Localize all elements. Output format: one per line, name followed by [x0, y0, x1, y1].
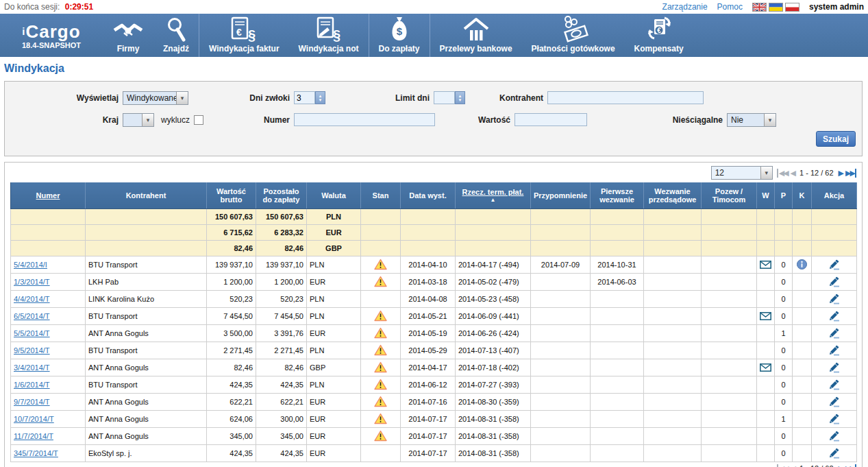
document-link[interactable]: 11/7/2014/T: [14, 432, 53, 440]
nav-item-windykacja-not[interactable]: § Windykacja not: [289, 14, 369, 57]
prev-page-button[interactable]: ◀: [791, 464, 795, 467]
col-header-numer[interactable]: Numer: [11, 182, 86, 208]
szukaj-button[interactable]: Szukaj: [816, 131, 856, 147]
document-link[interactable]: 5/4/2014/I: [14, 261, 47, 269]
warning-icon: [374, 310, 387, 322]
summary-przypomnienie-cell: [531, 224, 591, 240]
uk-flag[interactable]: [752, 3, 767, 12]
edit-icon[interactable]: [828, 448, 840, 459]
edit-icon[interactable]: [828, 396, 840, 407]
document-link[interactable]: 10/7/2014/T: [14, 415, 54, 423]
k-cell: [793, 324, 812, 342]
first-page-button[interactable]: ◀◀: [777, 169, 788, 178]
document-link[interactable]: 9/5/2014/T: [14, 346, 50, 355]
chevron-down-icon[interactable]: ▾: [176, 92, 188, 104]
kraj-select[interactable]: ▾: [123, 113, 154, 127]
summary-kontrahent-cell: [86, 208, 207, 224]
document-link[interactable]: 345/7/2014/T: [14, 449, 58, 457]
stan-cell: [361, 256, 401, 273]
edit-icon[interactable]: [828, 362, 840, 373]
termin-cell: 2014-07-13 (-407): [456, 342, 531, 359]
termin-cell: 2014-08-31 (-358): [456, 427, 531, 444]
niesciagalne-select[interactable]: Nie ▾: [727, 113, 776, 127]
table-row: 9/7/2014/TANT Anna Goguls622,21622,21EUR…: [11, 393, 857, 410]
document-link[interactable]: 9/7/2014/T: [14, 398, 50, 406]
nav-item-przelewy-bankowe[interactable]: Przelewy bankowe: [430, 14, 522, 57]
nav-item-windykacja-faktur[interactable]: €§ Windykacja faktur: [199, 14, 289, 57]
nav-item-platnosci-gotowkowe[interactable]: Płatności gotówkowe: [522, 14, 625, 57]
brutto-cell: 139 937,10: [207, 256, 256, 273]
stan-cell: [361, 324, 401, 342]
svg-text:§: §: [248, 27, 256, 43]
table-row: 6/5/2014/TBTU Transport7 454,507 454,50P…: [11, 307, 857, 324]
edit-icon[interactable]: [828, 328, 840, 339]
info-icon[interactable]: [797, 259, 807, 270]
next-page-button[interactable]: ▶: [839, 169, 843, 178]
nav-item-znajdz[interactable]: Znajdź: [153, 14, 199, 57]
filter-panel: Wyświetlaj Windykowane ▾ Dni zwłoki ▲▼ L…: [4, 81, 863, 156]
chevron-down-icon[interactable]: ▾: [142, 114, 153, 126]
link-pomoc[interactable]: Pomoc: [717, 2, 743, 12]
nav-item-kompensaty[interactable]: € Kompensaty: [625, 14, 693, 57]
page-size-select[interactable]: 12 ▾: [711, 166, 773, 180]
k-cell: [793, 273, 812, 290]
kontrahent-input[interactable]: [547, 91, 704, 104]
language-flags: [752, 3, 799, 12]
brutto-cell: 1 200,00: [207, 273, 256, 290]
limit-dni-input[interactable]: [434, 91, 455, 104]
next-page-button[interactable]: ▶: [839, 464, 843, 467]
summary-termin-cell: [456, 240, 531, 256]
nav-item-do-zaplaty[interactable]: $ Do zapłaty: [369, 14, 430, 57]
wartosc-input[interactable]: [514, 113, 587, 126]
akcja-cell: [812, 393, 857, 410]
waluta-cell: PLN: [307, 290, 361, 307]
akcja-cell: [812, 290, 857, 307]
col-header-waluta: Waluta: [307, 182, 361, 208]
header-row: NumerKontrahentWartość bruttoPozostało d…: [11, 182, 857, 208]
wezwanie-cell: [644, 359, 702, 376]
wezwanie-cell: [644, 273, 702, 290]
poland-flag[interactable]: [785, 3, 799, 12]
numer-input[interactable]: [294, 113, 435, 126]
data_wyst-cell: 2014-07-17: [401, 410, 456, 427]
document-link[interactable]: 1/3/2014/T: [14, 278, 50, 286]
dni-zwloki-spinner[interactable]: ▲▼: [315, 91, 325, 104]
wyswietlaj-select[interactable]: Windykowane ▾: [123, 91, 188, 105]
document-link[interactable]: 4/4/2014/T: [14, 295, 50, 303]
edit-icon[interactable]: [828, 259, 840, 270]
nav-item-firmy[interactable]: Firmy: [103, 14, 153, 57]
document-link[interactable]: 6/5/2014/T: [14, 312, 50, 320]
summary-pierwsze-cell: [591, 208, 644, 224]
first-page-button[interactable]: ◀◀: [777, 464, 788, 467]
edit-icon[interactable]: [828, 276, 840, 287]
wezwanie-cell: [644, 256, 702, 273]
col-header-termin[interactable]: Rzecz. term. płat.▲: [456, 182, 531, 208]
ukraine-flag[interactable]: [769, 3, 783, 12]
link-zarzadzanie[interactable]: Zarządzanie: [662, 2, 708, 12]
edit-icon[interactable]: [828, 345, 840, 356]
summary-numer-cell: [11, 240, 86, 256]
edit-icon[interactable]: [828, 311, 840, 322]
limit-dni-spinner[interactable]: ▲▼: [455, 91, 465, 104]
document-link[interactable]: 1/6/2014/T: [14, 381, 50, 389]
table-row: 10/7/2014/TANT Anna Goguls624,06300,00EU…: [11, 410, 857, 427]
document-link[interactable]: 5/5/2014/T: [14, 329, 50, 337]
chevron-down-icon[interactable]: ▾: [764, 114, 776, 126]
wyklucz-checkbox[interactable]: [194, 115, 203, 125]
k-cell: [793, 376, 812, 393]
dni-zwloki-input[interactable]: [294, 91, 315, 104]
edit-icon[interactable]: [828, 379, 840, 390]
pozostalo-cell: 1 200,00: [256, 273, 307, 290]
edit-icon[interactable]: [828, 431, 840, 442]
stan-cell: [361, 427, 401, 444]
edit-icon[interactable]: [828, 414, 840, 424]
app-logo[interactable]: iCargo 18.4-SNAPSHOT: [0, 14, 103, 57]
edit-icon[interactable]: [828, 294, 840, 304]
document-link[interactable]: 3/4/2014/T: [14, 363, 50, 372]
brutto-cell: 2 271,45: [207, 342, 256, 359]
prev-page-button[interactable]: ◀: [791, 169, 795, 178]
numer-cell: 1/6/2014/T: [11, 376, 86, 393]
chevron-down-icon[interactable]: ▾: [760, 167, 772, 179]
last-page-button[interactable]: ▶▶: [845, 464, 856, 467]
last-page-button[interactable]: ▶▶: [845, 169, 856, 178]
